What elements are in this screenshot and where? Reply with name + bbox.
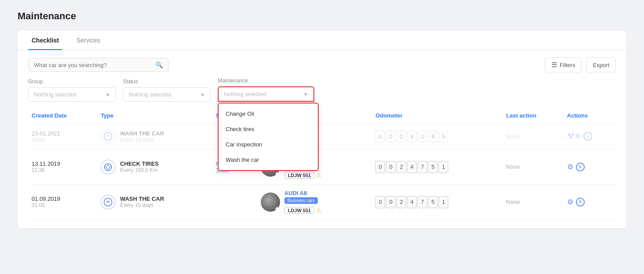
col-created-date: Created Date [28, 108, 97, 124]
tab-checklist[interactable]: Checklist [28, 31, 62, 50]
action-wrench-3[interactable]: ⚙ [567, 198, 573, 206]
dropdown-item-wash-the-car[interactable]: Wash the car [219, 152, 318, 167]
cell-service-3 [212, 185, 257, 220]
maintenance-filter-label: Maintenance [218, 78, 314, 84]
type-icon-wash3 [101, 195, 115, 210]
status-filter-select[interactable]: Nothing selected ▼ [123, 87, 211, 102]
action-wrench-1[interactable]: ⚒✕ [567, 132, 581, 141]
cell-type-2: CHECK TIRES Every 150.0 Km [97, 149, 212, 185]
table-header-row: Created Date Type Service Odometer Last … [28, 108, 616, 124]
col-type: Type [97, 108, 212, 124]
cell-type-1: WASH THE CAR Every 15 days [97, 124, 212, 149]
cell-odometer-3: 0024751 [372, 185, 503, 220]
type-icon-tires [101, 160, 115, 174]
filters-row: Group Nothing selected ▼ Status Nothing … [18, 78, 626, 108]
maintenance-table: Created Date Type Service Odometer Last … [28, 108, 616, 220]
maintenance-dropdown: Change Oil Check tires Car inspection Wa… [218, 103, 319, 171]
status-filter: Status Nothing selected ▼ [123, 78, 211, 102]
group-filter-select[interactable]: Nothing selected ▼ [28, 87, 116, 102]
page-title: Maintenance [18, 11, 626, 22]
svg-point-2 [106, 165, 110, 169]
search-box[interactable]: 🔍 [28, 58, 169, 72]
cell-actions-3: ⚙ ✕ [564, 185, 616, 220]
cell-date-1: 23.01.2021 04:00 [28, 124, 97, 149]
toolbar-right: ☰ Filters Export [545, 57, 616, 72]
tabs-bar: Checklist Services [18, 31, 626, 50]
group-filter-label: Group [28, 78, 116, 85]
search-input[interactable] [34, 62, 155, 68]
cell-last-action-1: None [503, 124, 563, 149]
dropdown-item-check-tires[interactable]: Check tires [219, 121, 318, 137]
cell-actions-1: ⚒✕ ✕ [564, 124, 616, 149]
cell-car-3: AUDI A8 Business cars LDJW 551 ⚠ [257, 185, 372, 220]
status-filter-label: Status [123, 78, 211, 85]
status-dropdown-arrow: ▼ [200, 92, 205, 97]
group-dropdown-arrow: ▼ [105, 92, 110, 97]
toolbar: 🔍 ☰ Filters Export [18, 50, 626, 78]
table-wrapper: Created Date Type Service Odometer Last … [18, 108, 626, 220]
action-close-3[interactable]: ✕ [576, 198, 585, 206]
cell-odometer-2: 0024751 [372, 149, 503, 185]
col-odometer: Odometer [372, 108, 503, 124]
cell-last-action-2: None [503, 149, 563, 185]
action-close-2[interactable]: ✕ [576, 163, 585, 171]
warn-icon-3: ⚠ [316, 207, 321, 214]
maintenance-filter: Maintenance Nothing selected ▼ Change Oi… [218, 78, 314, 102]
table-row: 13.11.2019 11:36 [28, 149, 616, 185]
warn-icon-2: ⚠ [316, 172, 321, 178]
car-thumbnail-3 [261, 192, 280, 212]
group-filter: Group Nothing selected ▼ [28, 78, 116, 102]
plate-2: LDJW 551 [284, 172, 315, 179]
cell-type-3: WASH THE CAR Every 15 days [97, 185, 212, 220]
filters-icon: ☰ [551, 61, 557, 69]
col-actions: Actions [564, 108, 616, 124]
cell-actions-2: ⚙ ✕ [564, 149, 616, 185]
dropdown-item-change-oil[interactable]: Change Oil [219, 106, 318, 121]
type-icon-wash [101, 129, 115, 144]
search-icon: 🔍 [155, 61, 163, 68]
dropdown-item-car-inspection[interactable]: Car inspection [219, 137, 318, 152]
cell-date-2: 13.11.2019 11:36 [28, 149, 97, 185]
table-row: 01.09.2019 01:00 [28, 185, 616, 220]
plate-3: LDJW 551 [284, 207, 315, 214]
export-button[interactable]: Export [586, 57, 616, 72]
main-card: Checklist Services 🔍 ☰ Filters Export [18, 31, 626, 228]
cell-last-action-3: None [503, 185, 563, 220]
maintenance-filter-select[interactable]: Nothing selected ▼ [218, 86, 314, 102]
filters-button[interactable]: ☰ Filters [545, 57, 582, 72]
tab-services[interactable]: Services [73, 31, 104, 50]
cell-date-3: 01.09.2019 01:00 [28, 185, 97, 220]
col-last-action: Last action [503, 108, 563, 124]
cell-odometer-1: 0024185 [372, 124, 503, 149]
table-row: 23.01.2021 04:00 [28, 124, 616, 149]
maintenance-dropdown-arrow: ▼ [303, 92, 308, 97]
action-wrench-2[interactable]: ⚙ [567, 163, 573, 171]
action-close-1[interactable]: ✕ [583, 132, 592, 141]
